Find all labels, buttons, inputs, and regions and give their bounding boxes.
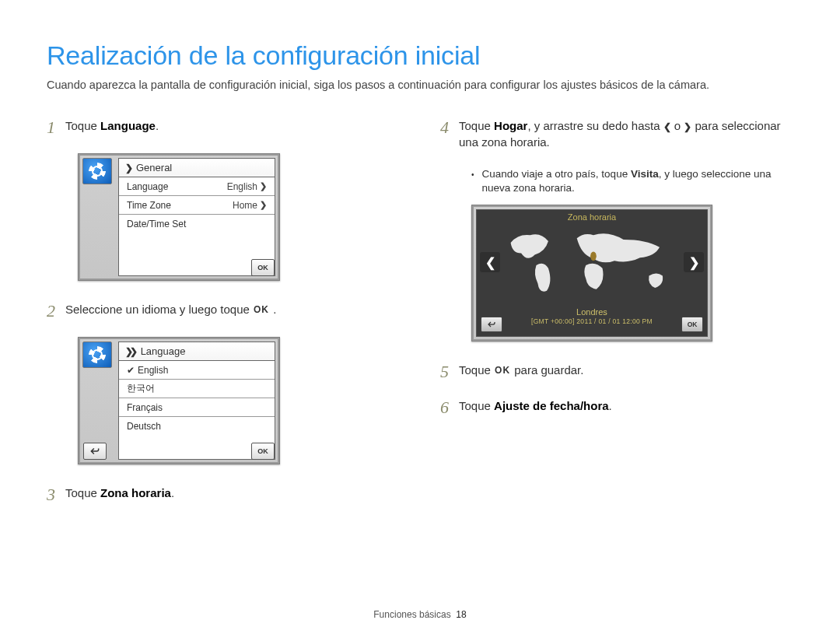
step-text: Toque	[459, 119, 494, 132]
step-text: Toque	[65, 486, 100, 499]
back-button[interactable]	[481, 317, 502, 332]
step-number: 1	[47, 117, 58, 136]
chevron-left-icon: ❮	[485, 255, 495, 270]
row-language[interactable]: Language English❯	[119, 177, 275, 196]
step-bold: Hogar	[494, 119, 527, 132]
gear-icon	[89, 163, 106, 180]
settings-gear-icon[interactable]	[82, 342, 112, 368]
step-6: 6 Toque Ajuste de fecha/hora.	[440, 398, 793, 416]
timezone-city: Londres	[576, 307, 607, 317]
step-4: 4 Toque Hogar, y arrastre su dedo hasta …	[440, 117, 793, 150]
row-label: Time Zone	[127, 200, 171, 211]
step-number: 6	[440, 398, 451, 416]
lang-option-korean[interactable]: 한국어	[119, 380, 275, 398]
chevron-right-icon: ❯	[260, 200, 267, 210]
footer-section: Funciones básicas	[373, 609, 450, 620]
back-button[interactable]	[83, 443, 107, 460]
step-2: 2 Seleccione un idioma y luego toque OK …	[47, 301, 400, 320]
step-number: 3	[47, 485, 58, 503]
step-text: Toque	[459, 399, 494, 412]
chevron-double-right-icon: ❯❯	[125, 346, 135, 357]
row-value: Home	[233, 200, 257, 211]
step-number: 5	[440, 362, 451, 380]
left-column: 1 Toque Language. ❯General Language Engl…	[47, 117, 400, 520]
step-4-note: • Cuando viaje a otro país, toque Visita…	[471, 167, 793, 195]
ok-icon: OK	[494, 364, 511, 377]
gear-icon	[89, 346, 106, 363]
world-map[interactable]	[502, 227, 682, 300]
screenshot-language-list: ❯❯ Language ✔English 한국어 Français Deutsc…	[78, 337, 280, 464]
row-value: English	[227, 181, 257, 192]
chevron-right-icon: ❯	[260, 181, 267, 191]
map-prev-button[interactable]: ❮	[480, 252, 500, 272]
chevron-right-icon: ❯	[689, 255, 699, 270]
step-text: Toque	[459, 363, 494, 377]
settings-gear-icon[interactable]	[82, 158, 112, 184]
step-bold: Language	[100, 119, 156, 132]
step-5: 5 Toque OK para guardar.	[440, 362, 793, 380]
chevron-left-icon: ❮	[663, 121, 671, 134]
panel-header: ❯General	[119, 159, 275, 177]
ok-icon: OK	[253, 303, 270, 317]
row-label: Date/Time Set	[127, 219, 186, 229]
back-arrow-icon	[487, 320, 496, 329]
screenshot-general-settings: ❯General Language English❯ Time Zone Hom…	[78, 153, 280, 281]
footer-page-number: 18	[456, 609, 466, 620]
page-intro: Cuando aparezca la pantalla de configura…	[47, 79, 793, 91]
lang-option-german[interactable]: Deutsch	[119, 417, 275, 436]
step-number: 4	[440, 117, 451, 136]
screenshot-timezone-map: Zona horaria ❮ ❯	[471, 205, 712, 342]
checkmark-icon: ✔	[127, 365, 135, 376]
lang-option-french[interactable]: Français	[119, 398, 275, 417]
ok-button[interactable]: OK	[251, 259, 275, 276]
ok-button[interactable]: OK	[681, 317, 703, 332]
step-3: 3 Toque Zona horaria.	[47, 485, 400, 503]
world-map-icon	[502, 227, 682, 300]
svg-point-0	[590, 252, 597, 261]
step-text: Seleccione un idioma y luego toque	[65, 303, 253, 316]
page-footer: Funciones básicas 18	[0, 609, 840, 620]
step-text: Toque	[65, 119, 100, 132]
row-label: Language	[127, 181, 168, 192]
right-column: 4 Toque Hogar, y arrastre su dedo hasta …	[440, 117, 793, 520]
back-arrow-icon	[89, 446, 100, 457]
chevron-right-icon: ❯	[684, 121, 691, 134]
map-next-button[interactable]: ❯	[684, 252, 704, 272]
row-timezone[interactable]: Time Zone Home❯	[119, 196, 275, 215]
page-title: Realización de la configuración inicial	[47, 40, 793, 71]
bullet-icon: •	[471, 167, 474, 195]
step-bold: Zona horaria	[100, 486, 171, 499]
step-1: 1 Toque Language.	[47, 117, 400, 136]
ok-button[interactable]: OK	[251, 443, 275, 460]
panel-header: ❯❯ Language	[119, 342, 275, 361]
timezone-title: Zona horaria	[477, 210, 707, 224]
row-datetime[interactable]: Date/Time Set	[119, 215, 275, 233]
chevron-right-icon: ❯	[125, 163, 133, 173]
step-number: 2	[47, 301, 58, 320]
step-bold: Ajuste de fecha/hora	[494, 399, 609, 412]
timezone-gmt: [GMT +00:00] 2011 / 01 / 01 12:00 PM	[531, 317, 653, 325]
lang-option-english[interactable]: ✔English	[119, 361, 275, 380]
